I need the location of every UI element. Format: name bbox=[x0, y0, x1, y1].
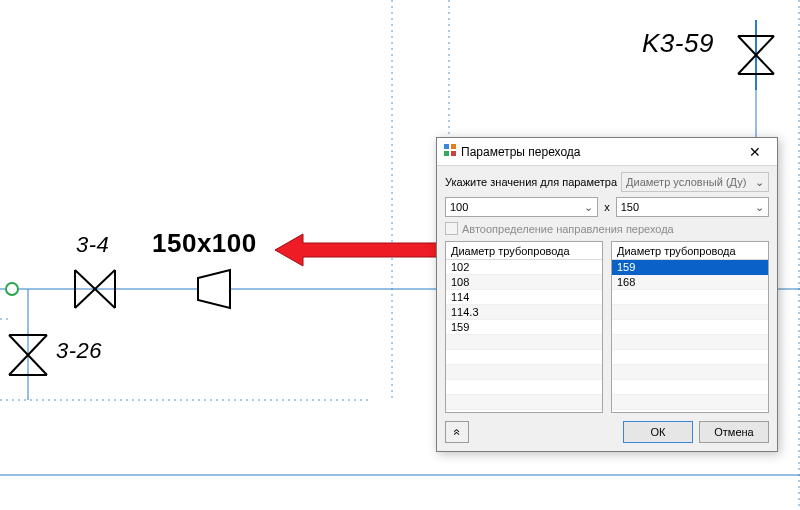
list-item bbox=[612, 350, 768, 365]
param-label: Укажите значения для параметра bbox=[445, 176, 617, 188]
svg-rect-27 bbox=[444, 151, 449, 156]
callout-arrow bbox=[275, 232, 445, 268]
chevron-down-icon: ⌄ bbox=[752, 176, 766, 189]
close-button[interactable]: ✕ bbox=[735, 141, 775, 163]
list-item bbox=[446, 365, 602, 380]
svg-rect-28 bbox=[451, 151, 456, 156]
dialog-title: Параметры перехода bbox=[461, 145, 735, 159]
list-item bbox=[446, 350, 602, 365]
svg-point-7 bbox=[6, 283, 18, 295]
list-item bbox=[612, 320, 768, 335]
left-list-header[interactable]: Диаметр трубопровода bbox=[446, 242, 602, 260]
chevron-down-icon: ⌄ bbox=[752, 201, 766, 214]
list-item bbox=[612, 305, 768, 320]
cancel-button[interactable]: Отмена bbox=[699, 421, 769, 443]
expand-button[interactable]: « bbox=[445, 421, 469, 443]
list-item[interactable]: 159 bbox=[612, 260, 768, 275]
list-item bbox=[612, 335, 768, 350]
dialog-titlebar[interactable]: Параметры перехода ✕ bbox=[437, 138, 777, 166]
list-item[interactable]: 168 bbox=[612, 275, 768, 290]
chevron-down-icon: ⌄ bbox=[581, 201, 595, 214]
right-list-header[interactable]: Диаметр трубопровода bbox=[612, 242, 768, 260]
x-separator: x bbox=[602, 201, 612, 213]
list-item[interactable]: 108 bbox=[446, 275, 602, 290]
label-k3-59: K3-59 bbox=[642, 28, 714, 59]
transition-params-dialog: Параметры перехода ✕ Укажите значения дл… bbox=[436, 137, 778, 452]
list-item[interactable]: 102 bbox=[446, 260, 602, 275]
svg-marker-24 bbox=[275, 234, 445, 266]
label-3-4: 3-4 bbox=[76, 232, 109, 258]
list-item bbox=[612, 290, 768, 305]
list-item[interactable]: 114 bbox=[446, 290, 602, 305]
list-item bbox=[446, 395, 602, 410]
svg-rect-25 bbox=[444, 144, 449, 149]
list-item bbox=[446, 335, 602, 350]
svg-rect-26 bbox=[451, 144, 456, 149]
label-3-26: 3-26 bbox=[56, 338, 102, 364]
list-item[interactable]: 159 bbox=[446, 320, 602, 335]
left-diameter-list[interactable]: Диаметр трубопровода 102108114114.3159 bbox=[445, 241, 603, 413]
left-diameter-combo[interactable]: 100 ⌄ bbox=[445, 197, 598, 217]
list-item bbox=[612, 395, 768, 410]
list-item bbox=[612, 365, 768, 380]
left-diameter-value: 100 bbox=[450, 201, 581, 213]
param-type-value: Диаметр условный (Ду) bbox=[626, 176, 752, 188]
auto-direction-label: Автоопределение направления перехода bbox=[462, 223, 674, 235]
expand-icon: « bbox=[450, 429, 464, 436]
param-type-combo[interactable]: Диаметр условный (Ду) ⌄ bbox=[621, 172, 769, 192]
right-diameter-list[interactable]: Диаметр трубопровода 159168 bbox=[611, 241, 769, 413]
svg-marker-12 bbox=[198, 270, 230, 308]
list-item bbox=[446, 380, 602, 395]
right-diameter-combo[interactable]: 150 ⌄ bbox=[616, 197, 769, 217]
label-150x100: 150x100 bbox=[152, 228, 257, 259]
list-item[interactable]: 114.3 bbox=[446, 305, 602, 320]
list-item bbox=[612, 380, 768, 395]
close-icon: ✕ bbox=[749, 144, 761, 160]
ok-button[interactable]: ОК bbox=[623, 421, 693, 443]
right-diameter-value: 150 bbox=[621, 201, 752, 213]
auto-direction-checkbox[interactable] bbox=[445, 222, 458, 235]
app-icon bbox=[443, 143, 457, 160]
